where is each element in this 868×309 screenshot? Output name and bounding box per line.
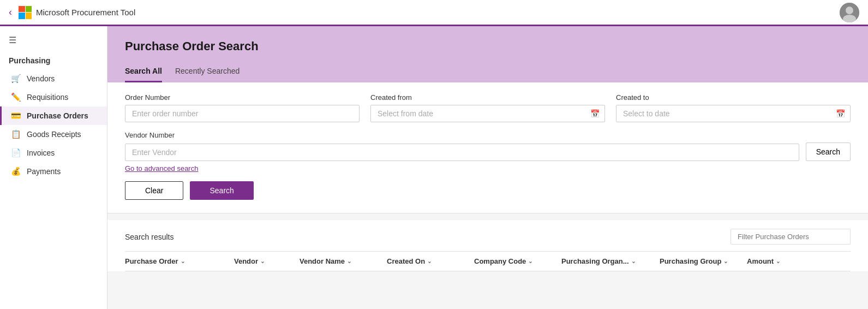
vendor-number-group: Vendor Number Search — [125, 131, 851, 161]
col-vendor-name[interactable]: Vendor Name ⌄ — [300, 257, 387, 265]
goods-receipts-icon: 📋 — [10, 129, 21, 139]
sidebar-item-label: Goods Receipts — [27, 130, 81, 139]
sidebar-item-vendors[interactable]: 🛒 Vendors — [0, 69, 107, 88]
sidebar-item-label: Payments — [27, 167, 61, 176]
sort-vendor-icon: ⌄ — [260, 258, 265, 264]
sidebar-item-requisitions[interactable]: ✏️ Requisitions — [0, 88, 107, 106]
col-purchase-order-label: Purchase Order — [125, 257, 178, 265]
created-from-input[interactable] — [370, 105, 605, 122]
table-header: Purchase Order ⌄ Vendor ⌄ Vendor Name ⌄ … — [125, 251, 851, 271]
requisitions-icon: ✏️ — [10, 92, 21, 102]
sort-vendor-name-icon: ⌄ — [347, 258, 351, 264]
order-number-input[interactable] — [125, 105, 360, 122]
page-header: Purchase Order Search Search All Recentl… — [107, 26, 868, 82]
payments-icon: 💰 — [10, 167, 21, 176]
back-button[interactable]: ‹ — [9, 7, 12, 18]
purchase-orders-icon: 💳 — [10, 111, 21, 121]
sort-created-on-icon: ⌄ — [427, 258, 432, 264]
col-amount[interactable]: Amount ⌄ — [747, 257, 851, 265]
search-button[interactable]: Search — [190, 181, 253, 200]
results-header: Search results — [125, 229, 851, 245]
col-created-on-label: Created On — [387, 257, 425, 265]
created-from-wrapper: 📅 — [370, 105, 605, 122]
clear-button[interactable]: Clear — [125, 181, 183, 200]
main-layout: ☰ Purchasing 🛒 Vendors ✏️ Requisitions 💳… — [0, 26, 868, 309]
sort-purchasing-organ-icon: ⌄ — [631, 258, 636, 264]
sort-purchase-order-icon: ⌄ — [181, 258, 185, 264]
tab-recently-searched[interactable]: Recently Searched — [175, 63, 240, 82]
created-to-input[interactable] — [616, 105, 851, 122]
app-name: Microsoft Procurement Tool — [36, 8, 135, 17]
sidebar-item-label: Vendors — [27, 74, 55, 83]
col-vendor-name-label: Vendor Name — [300, 257, 345, 265]
sidebar-item-invoices[interactable]: 📄 Invoices — [0, 144, 107, 162]
sort-purchasing-group-icon: ⌄ — [723, 258, 728, 264]
search-panel: Order Number Created from 📅 Created to 📅 — [107, 82, 868, 213]
created-from-label: Created from — [370, 93, 605, 102]
form-row-1: Order Number Created from 📅 Created to 📅 — [125, 93, 851, 122]
tabs: Search All Recently Searched — [125, 63, 851, 82]
col-purchasing-group[interactable]: Purchasing Group ⌄ — [660, 257, 747, 265]
sidebar-item-label: Invoices — [27, 148, 55, 157]
col-company-code-label: Company Code — [474, 257, 526, 265]
col-purchasing-organ-label: Purchasing Organ... — [561, 257, 629, 265]
col-purchase-order[interactable]: Purchase Order ⌄ — [125, 257, 234, 265]
created-to-label: Created to — [616, 93, 851, 102]
advanced-search-link[interactable]: Go to advanced search — [125, 164, 198, 173]
filter-input[interactable] — [731, 229, 851, 245]
sidebar-item-payments[interactable]: 💰 Payments — [0, 162, 107, 181]
sort-amount-icon: ⌄ — [776, 258, 780, 264]
created-to-wrapper: 📅 — [616, 105, 851, 122]
sidebar-section-title: Purchasing — [0, 52, 107, 69]
col-purchasing-group-label: Purchasing Group — [660, 257, 721, 265]
avatar[interactable] — [840, 3, 859, 22]
order-number-label: Order Number — [125, 93, 360, 102]
sidebar-item-purchase-orders[interactable]: 💳 Purchase Orders — [0, 106, 107, 125]
page-title: Purchase Order Search — [125, 39, 851, 54]
vendor-number-label: Vendor Number — [125, 131, 851, 139]
col-vendor-label: Vendor — [234, 257, 258, 265]
vendors-icon: 🛒 — [10, 74, 21, 84]
tab-search-all[interactable]: Search All — [125, 63, 162, 82]
hamburger-menu[interactable]: ☰ — [0, 31, 107, 50]
results-section: Search results Purchase Order ⌄ Vendor ⌄… — [107, 220, 868, 271]
created-from-group: Created from 📅 — [370, 93, 605, 122]
content-area: Purchase Order Search Search All Recentl… — [107, 26, 868, 309]
invoices-icon: 📄 — [10, 148, 21, 158]
vendor-search-button[interactable]: Search — [806, 142, 851, 161]
microsoft-logo — [19, 6, 32, 19]
col-created-on[interactable]: Created On ⌄ — [387, 257, 474, 265]
vendor-row: Search — [125, 142, 851, 161]
col-vendor[interactable]: Vendor ⌄ — [234, 257, 300, 265]
vendor-input-wrap — [125, 144, 799, 161]
col-purchasing-organ[interactable]: Purchasing Organ... ⌄ — [561, 257, 660, 265]
sidebar-item-label: Requisitions — [27, 93, 68, 102]
col-amount-label: Amount — [747, 257, 774, 265]
sort-company-code-icon: ⌄ — [528, 258, 532, 264]
created-to-group: Created to 📅 — [616, 93, 851, 122]
svg-point-1 — [846, 7, 853, 14]
topbar: ‹ Microsoft Procurement Tool — [0, 0, 868, 26]
col-company-code[interactable]: Company Code ⌄ — [474, 257, 561, 265]
vendor-number-input[interactable] — [125, 144, 799, 161]
results-title: Search results — [125, 233, 173, 241]
sidebar-item-label: Purchase Orders — [27, 111, 88, 120]
order-number-group: Order Number — [125, 93, 360, 122]
sidebar: ☰ Purchasing 🛒 Vendors ✏️ Requisitions 💳… — [0, 26, 107, 309]
action-row: Clear Search — [125, 181, 851, 200]
sidebar-item-goods-receipts[interactable]: 📋 Goods Receipts — [0, 125, 107, 144]
